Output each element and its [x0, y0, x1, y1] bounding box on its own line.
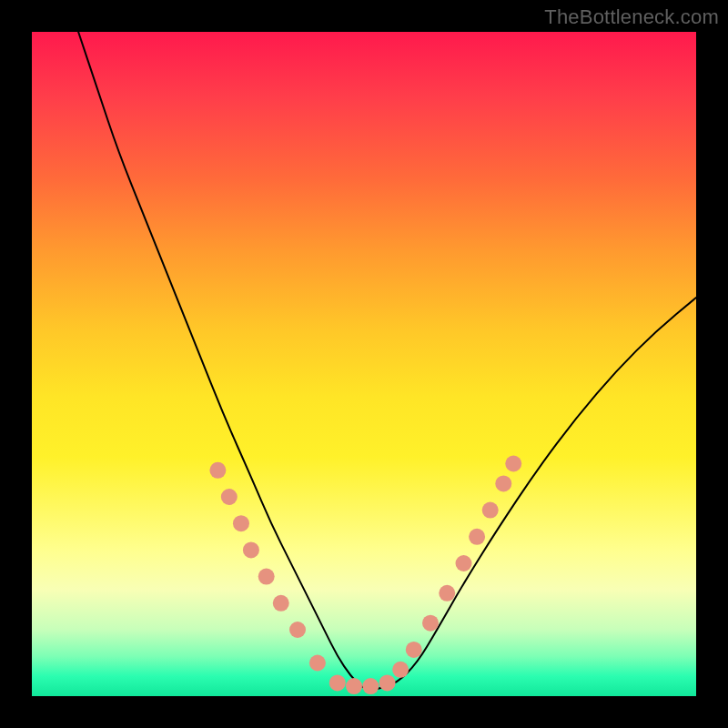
chart-frame: TheBottleneck.com [0, 0, 728, 728]
data-marker [505, 456, 521, 472]
data-marker [221, 489, 238, 505]
data-marker [362, 678, 379, 694]
data-marker [469, 529, 485, 545]
watermark-text: TheBottleneck.com [544, 5, 719, 29]
data-marker [329, 674, 346, 691]
data-marker [209, 462, 226, 479]
data-marker [289, 622, 306, 638]
data-marker [346, 678, 362, 694]
data-marker [482, 502, 499, 519]
data-marker [406, 642, 422, 658]
data-marker [243, 541, 259, 558]
chart-svg [32, 32, 696, 696]
bottleneck-curve [78, 32, 696, 690]
data-marker [233, 515, 249, 531]
data-marker [439, 585, 455, 602]
data-marker [422, 615, 439, 632]
data-marker [273, 595, 289, 612]
data-marker [392, 662, 409, 678]
data-marker [379, 674, 396, 691]
curve-layer [78, 32, 696, 690]
data-marker [258, 569, 275, 585]
data-marker [309, 655, 326, 672]
plot-area [32, 32, 696, 696]
data-marker [456, 555, 472, 571]
data-marker [495, 475, 511, 491]
